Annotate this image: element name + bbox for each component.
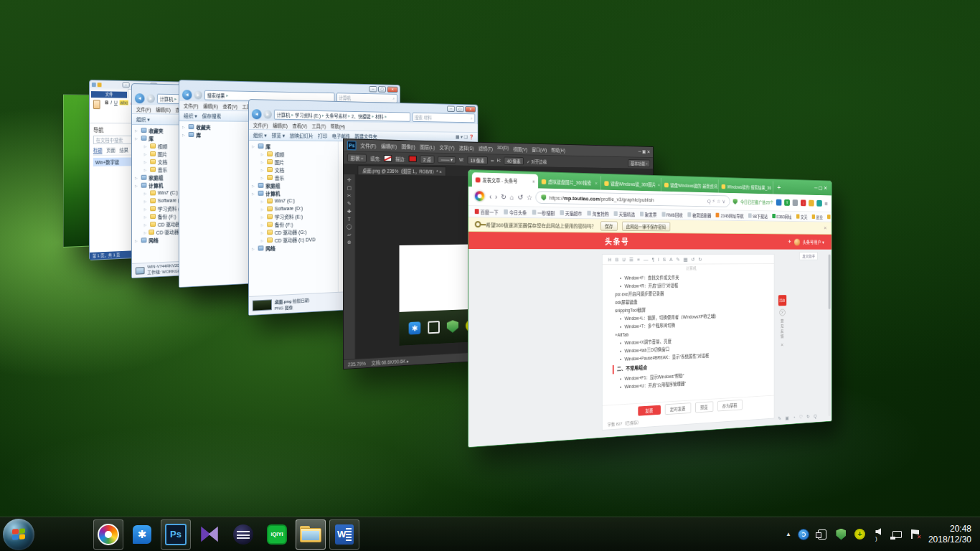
breadcrumb-item[interactable]: 学习资料 (E:) <box>295 111 321 118</box>
editor-toolbar-icon[interactable]: ↻ <box>698 256 702 262</box>
browser-tab[interactable]: 虚拟键盘图片_360搜索 × <box>538 174 601 190</box>
editor-toolbar-icon[interactable]: ↺ <box>691 256 694 262</box>
save-icon[interactable] <box>92 83 96 87</box>
bookmark-item[interactable]: 创业 <box>812 214 824 220</box>
expander-icon[interactable]: ▷ <box>144 222 149 227</box>
expander-icon[interactable]: ▷ <box>261 222 265 227</box>
browser-logo-icon[interactable] <box>473 189 486 202</box>
editor-toolbar-icon[interactable]: B <box>616 256 618 263</box>
expander-icon[interactable]: ▷ <box>144 191 149 195</box>
bookmark-item[interactable]: 天猫精选 <box>614 210 636 217</box>
bookmark-item[interactable]: 98下载站 <box>748 212 768 219</box>
menu-item[interactable]: 编辑(E) <box>381 142 397 149</box>
sidebar-item[interactable]: ▷ 音乐 <box>252 174 338 182</box>
toolbar-item[interactable]: 组织 ▾ <box>136 116 150 123</box>
editor-toolbar-icon[interactable]: ✎ <box>676 256 679 262</box>
editor-toolbar-icon[interactable]: H <box>608 256 612 263</box>
menu-icon[interactable]: ≡ <box>825 200 828 207</box>
forward-button[interactable]: › <box>495 192 497 200</box>
adblock-shield-icon[interactable] <box>733 199 738 204</box>
menu-item[interactable]: 查看(V) <box>293 122 307 129</box>
expander-icon[interactable]: ▷ <box>144 159 149 164</box>
breadcrumb-item[interactable]: 头条号素材 <box>326 112 347 119</box>
height-field[interactable]: 40 像素 <box>504 156 524 165</box>
bookmark-item[interactable]: 今日头条 <box>504 208 527 215</box>
nav-tab[interactable]: 页面 <box>106 146 116 154</box>
expander-icon[interactable]: ▷ <box>261 238 265 242</box>
expander-icon[interactable]: ▷ <box>261 152 265 156</box>
taskbar-iqiy[interactable]: iQIYI <box>262 519 292 550</box>
undo-icon[interactable] <box>98 83 102 87</box>
back-button[interactable]: ◂ <box>252 109 262 119</box>
extension-icon[interactable] <box>776 199 782 206</box>
browser-tab[interactable]: 键盘Windows键的 最新资讯 × <box>661 178 719 193</box>
bookmark-item[interactable]: 文天 <box>796 213 808 220</box>
menu-item[interactable]: 编辑(E) <box>203 103 218 110</box>
maximize-button[interactable]: ▢ <box>378 86 386 93</box>
browser-tab[interactable]: Windows键的 搜索结果_36 × <box>719 179 773 194</box>
address-bar[interactable]: https://mp.toutiao.com/profile_v3/graphi… <box>536 191 730 207</box>
start-button[interactable] <box>3 519 34 550</box>
toolbar-item[interactable]: 打印 <box>318 132 327 139</box>
expander-icon[interactable]: ▷ <box>144 143 149 148</box>
publish-helper-badge[interactable]: 发文助手 <box>799 252 817 260</box>
menu-item[interactable]: 工具(T) <box>312 122 326 129</box>
forward-button[interactable]: ▸ <box>194 90 202 99</box>
taskbar-eclipse[interactable] <box>228 519 258 550</box>
restore-button[interactable]: ↺ <box>517 193 523 201</box>
sidebar-item[interactable]: ▷ 视频 <box>252 150 338 158</box>
expander-icon[interactable]: ▷ <box>135 238 139 242</box>
bookmark-star-icon[interactable]: ☆ <box>527 193 532 201</box>
bookmark-item[interactable]: RMB回收 <box>661 211 683 218</box>
toolbar-item[interactable]: 放映幻灯片 <box>290 132 314 139</box>
menu-item[interactable]: 文字(Y) <box>439 143 454 151</box>
menu-item[interactable]: 帮助(H) <box>331 123 345 130</box>
stroke-swatch[interactable] <box>409 156 417 162</box>
workspace-switcher[interactable]: 基本功能 ‹ <box>628 159 650 167</box>
expander-icon[interactable]: ▷ <box>144 151 149 156</box>
message-icon[interactable]: ✈ <box>788 240 791 245</box>
bookmark-item[interactable]: 一秒搜剧 <box>532 209 555 216</box>
editor-toolbar-icon[interactable]: ▦ <box>684 256 688 262</box>
avatar[interactable] <box>794 238 800 245</box>
extension-icon[interactable] <box>816 200 821 207</box>
tool-icon[interactable]: ✂ <box>347 193 352 199</box>
scrollbar[interactable] <box>829 255 831 416</box>
save-draft-button[interactable]: 存为草稿 <box>717 400 743 412</box>
expander-icon[interactable]: ▷ <box>261 215 265 219</box>
taskbar-photoshop[interactable]: Ps <box>161 519 191 550</box>
menu-item[interactable]: 文件(F) <box>184 102 199 109</box>
tool-icon[interactable]: ▢ <box>347 185 352 191</box>
menu-item[interactable]: 文件(F) <box>136 105 151 113</box>
taskbar-clock[interactable]: 20:48 2018/12/30 <box>928 524 971 545</box>
taskbar-kmplayer[interactable] <box>194 519 225 550</box>
menu-item[interactable]: 图像(I) <box>402 143 415 150</box>
menu-item[interactable]: 编辑(E) <box>273 122 288 129</box>
link-dimensions-icon[interactable]: ∞ <box>491 158 494 163</box>
stroke-style-select[interactable]: —— ▾ <box>438 156 456 163</box>
align-edges-checkbox[interactable]: ✓ 对齐边缘 <box>527 158 547 165</box>
expander-icon[interactable]: ▷ <box>261 230 265 235</box>
sidebar-item[interactable]: ▷ 文档 <box>252 166 338 174</box>
editor-toolbar-icon[interactable]: ¶ <box>652 256 654 262</box>
menu-item[interactable]: 选择(S) <box>459 144 474 151</box>
menu-item[interactable]: 3D(D) <box>497 145 509 152</box>
toolbar-item[interactable]: 预览 ▾ <box>271 131 285 138</box>
network-icon[interactable] <box>891 528 903 540</box>
editor-toolbar-icon[interactable]: I <box>658 256 659 262</box>
back-button[interactable]: ◂ <box>182 90 192 100</box>
user-menu[interactable]: 头条号用户 ▾ <box>803 239 824 245</box>
never-save-button[interactable]: 此网站一律不保存密码 <box>622 221 670 231</box>
tool-icon[interactable]: ▱ <box>347 232 351 237</box>
sidebar-item[interactable]: ▷ 库 <box>252 142 338 151</box>
expander-icon[interactable]: ▷ <box>252 144 256 149</box>
menu-item[interactable]: 视图(V) <box>513 146 527 153</box>
expander-icon[interactable]: ▷ <box>252 246 256 250</box>
page-action-icons[interactable]: ✎ ▣ ◔ ♡ ↻ Q <box>778 413 816 422</box>
stroke-size-select[interactable]: 2 点 <box>420 155 434 164</box>
tray-security-shield-icon[interactable] <box>835 528 847 540</box>
tool-icon[interactable]: ✛ <box>347 177 352 183</box>
taskbar-360-assistant[interactable]: ✱ <box>127 519 157 550</box>
editor-toolbar-icon[interactable]: A <box>669 256 672 262</box>
toolbar-item[interactable]: 保存搜索 <box>202 112 221 119</box>
